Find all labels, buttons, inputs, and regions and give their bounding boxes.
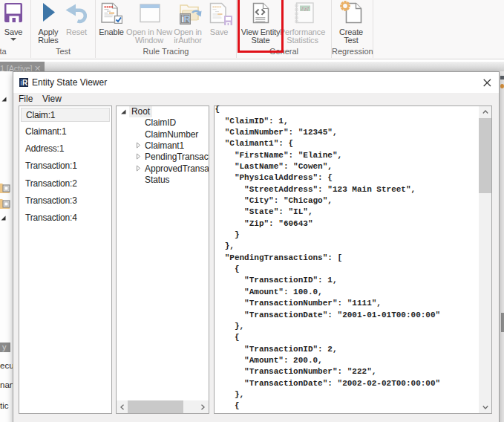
svg-text:R: R bbox=[22, 79, 28, 87]
svg-text:R: R bbox=[184, 14, 191, 25]
